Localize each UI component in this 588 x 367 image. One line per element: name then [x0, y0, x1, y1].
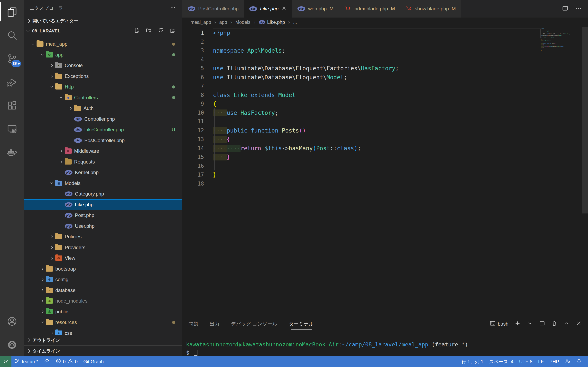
tree-item-console[interactable]: >_Console — [24, 60, 182, 71]
tab-like-php[interactable]: phpLike.php — [244, 0, 292, 17]
activity-item-settings[interactable] — [0, 333, 24, 356]
status-encoding[interactable]: UTF-8 — [516, 356, 535, 367]
tree-item-category-php[interactable]: phpCategory.php — [24, 189, 182, 200]
code-line-text[interactable]: ········return $this->hasMany(Post::clas… — [213, 144, 588, 153]
panel-tab-[interactable]: 問題 — [189, 316, 198, 332]
activity-item-search[interactable] — [0, 24, 24, 47]
tree-item-providers[interactable]: Providers — [24, 242, 182, 253]
tab-postcontroller-php[interactable]: phpPostController.php — [182, 0, 244, 17]
terminal-shell-select[interactable]: bash — [490, 320, 508, 328]
minimap[interactable]: <?phpnamespace App\Models;use Illuminate… — [541, 28, 581, 89]
trash-icon[interactable] — [551, 320, 557, 328]
code-line-text[interactable] — [213, 55, 588, 64]
code-line-text[interactable] — [213, 162, 588, 171]
outline-section[interactable]: アウトライン — [24, 335, 182, 345]
code-line-text[interactable] — [213, 38, 588, 47]
breadcrumb-item-meal-app[interactable]: meal_app — [190, 20, 211, 25]
activity-item-explorer[interactable] — [0, 0, 24, 24]
tab-index-blade-php[interactable]: index.blade.phpM — [339, 0, 400, 17]
code-line-text[interactable]: } — [213, 170, 588, 179]
split-editor-icon[interactable] — [562, 5, 568, 12]
activity-item-remote-explorer[interactable] — [0, 117, 24, 141]
tree-item-bootstrap[interactable]: bootstrap — [24, 264, 182, 275]
chev-down-icon[interactable] — [527, 320, 533, 328]
close-icon[interactable] — [576, 320, 582, 328]
code-line-text[interactable]: use Illuminate\Database\Eloquent\Model; — [213, 73, 588, 82]
chev-up-icon[interactable] — [563, 320, 570, 328]
close-icon[interactable] — [281, 6, 287, 12]
activity-item-account[interactable] — [0, 309, 24, 333]
code-line-text[interactable]: class Like extends Model — [213, 91, 588, 100]
tab-show-blade-php[interactable]: show.blade.phpM — [400, 0, 461, 17]
code-line-text[interactable]: ····use HasFactory; — [213, 108, 588, 117]
tree-item-meal-app[interactable]: meal_app — [24, 39, 182, 50]
tree-item-postcontroller-php[interactable]: phpPostController.php — [24, 135, 182, 146]
tree-item-user-php[interactable]: phpUser.php — [24, 221, 182, 232]
code-line-text[interactable]: ····} — [213, 153, 588, 162]
code-line-text[interactable]: ····{ — [213, 135, 588, 144]
activity-item-source-control[interactable]: 3K+ — [0, 47, 24, 70]
tree-item-config[interactable]: ⚙config — [24, 274, 182, 285]
status-language-mode[interactable]: PHP — [546, 356, 562, 367]
tree-item-app[interactable]: ⚙app — [24, 50, 182, 60]
editor-scrollbar[interactable] — [582, 27, 588, 213]
tree-item-controllers[interactable]: ◈Controllers — [24, 92, 182, 103]
tree-item-http[interactable]: Http — [24, 82, 182, 92]
tree-item-css[interactable]: #css — [24, 328, 182, 335]
tree-item-likecontroller-php[interactable]: phpLikeController.phpU — [24, 124, 182, 135]
activity-item-run-debug[interactable] — [0, 70, 24, 94]
status-eol[interactable]: LF — [535, 356, 546, 367]
tree-item-like-php[interactable]: phpLike.php — [24, 200, 182, 210]
activity-item-docker[interactable] — [0, 141, 24, 164]
project-section-header[interactable]: 08_LARAVEL — [24, 26, 182, 36]
remote-indicator[interactable] — [0, 356, 11, 367]
code-line-text[interactable]: ····public function Posts() — [213, 126, 588, 135]
panel-tab-[interactable]: デバッグ コンソール — [231, 316, 277, 332]
code-line-text[interactable] — [213, 82, 588, 91]
new-folder-icon[interactable] — [146, 27, 152, 35]
status-indentation[interactable]: スペース: 4 — [486, 356, 516, 367]
tree-item-resources[interactable]: resources — [24, 317, 182, 328]
code-line-text[interactable]: { — [213, 100, 588, 108]
more-actions-icon[interactable] — [170, 4, 176, 12]
status-git-graph[interactable]: Git Graph — [80, 356, 107, 367]
status-notifications[interactable] — [573, 356, 585, 367]
status-sync[interactable] — [41, 356, 53, 367]
more-icon[interactable] — [575, 5, 582, 12]
terminal[interactable]: kawatashunnozomi@kawatashunnozominoMacBo… — [182, 332, 588, 357]
tree-item-requests[interactable]: Requests — [24, 157, 182, 167]
code-line-text[interactable]: use Illuminate\Database\Eloquent\Factori… — [213, 64, 588, 73]
code-editor[interactable]: 1<?php23namespace App\Models;45use Illum… — [182, 27, 588, 316]
status-branch[interactable]: feature* — [11, 356, 41, 367]
tree-item-exceptions[interactable]: Exceptions — [24, 71, 182, 82]
panel-tab-[interactable]: ターミナル — [289, 316, 314, 332]
tree-item-public[interactable]: ⁂public — [24, 307, 182, 317]
code-line-text[interactable]: <?php — [213, 29, 588, 38]
tree-item-auth[interactable]: Auth — [24, 103, 182, 114]
code-line-text[interactable] — [213, 179, 588, 188]
collapse-all-icon[interactable] — [170, 27, 176, 35]
tree-item-models[interactable]: ▣Models — [24, 178, 182, 189]
timeline-section[interactable]: タイムライン — [24, 345, 182, 356]
tree-item-node-modules[interactable]: JSnode_modules — [24, 296, 182, 307]
split-editor-icon[interactable] — [539, 320, 545, 328]
tree-item-middleware[interactable]: ≣Middleware — [24, 146, 182, 157]
breadcrumb-item-app[interactable]: app — [219, 20, 227, 25]
breadcrumb-item-[interactable]: ... — [293, 20, 297, 25]
tab-web-php[interactable]: phpweb.phpM — [292, 0, 339, 17]
status-problems[interactable]: 00 — [53, 356, 81, 367]
tree-item-policies[interactable]: Policies — [24, 231, 182, 242]
tree-item-controller-php[interactable]: phpController.php — [24, 114, 182, 125]
breadcrumb-item-models[interactable]: Models — [235, 20, 250, 25]
refresh-icon[interactable] — [158, 27, 164, 35]
tree-item-kernel-php[interactable]: phpKernel.php — [24, 167, 182, 178]
status-feedback[interactable] — [562, 356, 573, 367]
new-file-icon[interactable] — [134, 27, 140, 35]
breadcrumb-item-like-php[interactable]: phpLike.php — [259, 20, 285, 25]
panel-tab-[interactable]: 出力 — [210, 316, 219, 332]
tree-item-view[interactable]: <>View — [24, 253, 182, 264]
open-editors-section[interactable]: 開いているエディター — [24, 16, 182, 26]
tree-item-post-php[interactable]: phpPost.php — [24, 210, 182, 221]
code-line-text[interactable] — [213, 117, 588, 126]
activity-item-extensions[interactable] — [0, 94, 24, 117]
